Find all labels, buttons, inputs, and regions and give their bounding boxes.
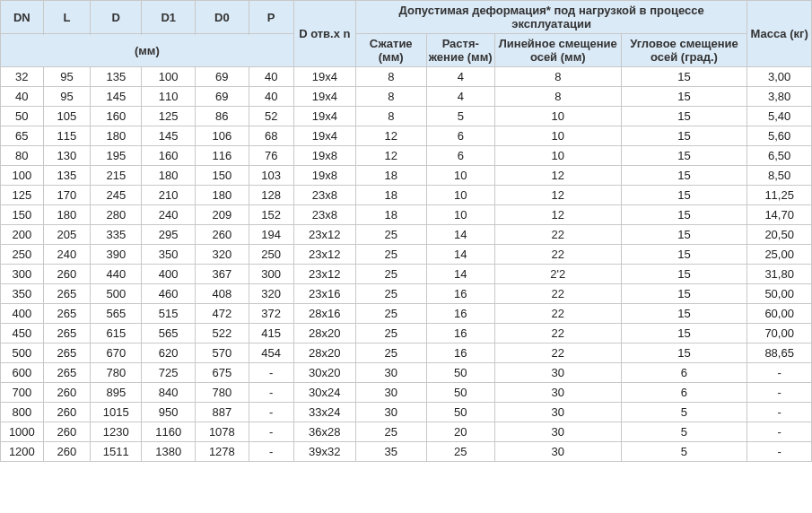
- cell-sz: 25: [355, 324, 426, 343]
- cell-d0: 408: [196, 284, 249, 304]
- cell-p: 454: [249, 343, 293, 363]
- cell-d0: 180: [196, 186, 249, 205]
- table-row: 1000260123011601078-36x282520305-: [1, 422, 812, 442]
- cell-sz: 25: [355, 284, 426, 304]
- cell-p: 320: [249, 284, 293, 304]
- cell-mass: 25,00: [747, 245, 812, 265]
- cell-dn: 32: [1, 67, 44, 87]
- cell-dotv: 33x24: [293, 403, 355, 422]
- cell-l: 170: [43, 186, 90, 205]
- cell-dotv: 30x20: [293, 363, 355, 383]
- cell-d: 195: [91, 146, 142, 166]
- cell-mass: 5,60: [747, 126, 812, 146]
- cell-dotv: 23x8: [293, 186, 355, 205]
- cell-dotv: 23x8: [293, 205, 355, 225]
- cell-sz: 25: [355, 304, 426, 324]
- cell-d: 245: [91, 186, 142, 205]
- cell-d0: 69: [196, 67, 249, 87]
- cell-ug: 15: [621, 324, 747, 343]
- cell-mass: -: [747, 383, 812, 403]
- cell-ug: 15: [621, 67, 747, 87]
- cell-dn: 400: [1, 304, 44, 324]
- cell-dn: 600: [1, 363, 44, 383]
- cell-rz: 6: [426, 126, 494, 146]
- cell-sz: 25: [355, 225, 426, 245]
- cell-d1: 160: [142, 146, 196, 166]
- cell-rz: 14: [426, 225, 494, 245]
- cell-d: 895: [91, 383, 142, 403]
- cell-mass: 3,00: [747, 67, 812, 87]
- cell-d0: 150: [196, 166, 249, 186]
- cell-l: 115: [43, 126, 90, 146]
- cell-d1: 145: [142, 126, 196, 146]
- table-row: 30026044040036730023x1225142'21531,80: [1, 265, 812, 284]
- cell-l: 95: [43, 67, 90, 87]
- header-rast: Растя- жение (мм): [426, 34, 494, 67]
- cell-p: 152: [249, 205, 293, 225]
- cell-d: 390: [91, 245, 142, 265]
- cell-l: 95: [43, 87, 90, 107]
- cell-mass: 14,70: [747, 205, 812, 225]
- cell-d: 615: [91, 324, 142, 343]
- header-l: L: [43, 1, 90, 34]
- cell-dotv: 19x8: [293, 166, 355, 186]
- cell-p: 194: [249, 225, 293, 245]
- cell-sz: 8: [355, 87, 426, 107]
- table-row: 801301951601167619x812610156,50: [1, 146, 812, 166]
- cell-dotv: 19x4: [293, 107, 355, 126]
- cell-p: 76: [249, 146, 293, 166]
- cell-lin: 30: [494, 442, 621, 462]
- cell-d0: 522: [196, 324, 249, 343]
- cell-d0: 887: [196, 403, 249, 422]
- cell-lin: 10: [494, 146, 621, 166]
- cell-ug: 15: [621, 166, 747, 186]
- cell-d1: 240: [142, 205, 196, 225]
- cell-p: -: [249, 422, 293, 442]
- cell-d1: 950: [142, 403, 196, 422]
- cell-d: 135: [91, 67, 142, 87]
- cell-dn: 200: [1, 225, 44, 245]
- cell-rz: 5: [426, 107, 494, 126]
- cell-d0: 320: [196, 245, 249, 265]
- header-szh: Сжатие (мм): [355, 34, 426, 67]
- cell-dn: 800: [1, 403, 44, 422]
- cell-ug: 5: [621, 442, 747, 462]
- header-d: D: [91, 1, 142, 34]
- cell-rz: 16: [426, 284, 494, 304]
- cell-l: 260: [43, 403, 90, 422]
- cell-d1: 295: [142, 225, 196, 245]
- cell-ug: 6: [621, 363, 747, 383]
- cell-d0: 69: [196, 87, 249, 107]
- cell-dotv: 23x12: [293, 245, 355, 265]
- cell-p: -: [249, 363, 293, 383]
- table-row: 50026567062057045428x202516221588,65: [1, 343, 812, 363]
- cell-d0: 106: [196, 126, 249, 146]
- header-deform-group: Допустимая деформация* под нагрузкой в п…: [355, 1, 747, 34]
- cell-lin: 22: [494, 324, 621, 343]
- cell-lin: 22: [494, 284, 621, 304]
- cell-dn: 50: [1, 107, 44, 126]
- cell-d: 1230: [91, 422, 142, 442]
- cell-d: 180: [91, 126, 142, 146]
- cell-mass: 60,00: [747, 304, 812, 324]
- cell-p: 68: [249, 126, 293, 146]
- cell-d1: 515: [142, 304, 196, 324]
- cell-dotv: 23x12: [293, 265, 355, 284]
- header-d1: D1: [142, 1, 196, 34]
- cell-lin: 22: [494, 225, 621, 245]
- table-row: 1200260151113801278-39x323525305-: [1, 442, 812, 462]
- cell-ug: 5: [621, 422, 747, 442]
- table-row: 45026561556552241528x202516221570,00: [1, 324, 812, 343]
- cell-p: 128: [249, 186, 293, 205]
- cell-d0: 472: [196, 304, 249, 324]
- cell-ug: 5: [621, 403, 747, 422]
- cell-d: 440: [91, 265, 142, 284]
- cell-d1: 400: [142, 265, 196, 284]
- cell-mass: 5,40: [747, 107, 812, 126]
- cell-d1: 125: [142, 107, 196, 126]
- cell-sz: 30: [355, 383, 426, 403]
- cell-dotv: 39x32: [293, 442, 355, 462]
- cell-lin: 8: [494, 67, 621, 87]
- cell-d0: 1278: [196, 442, 249, 462]
- cell-dotv: 28x20: [293, 324, 355, 343]
